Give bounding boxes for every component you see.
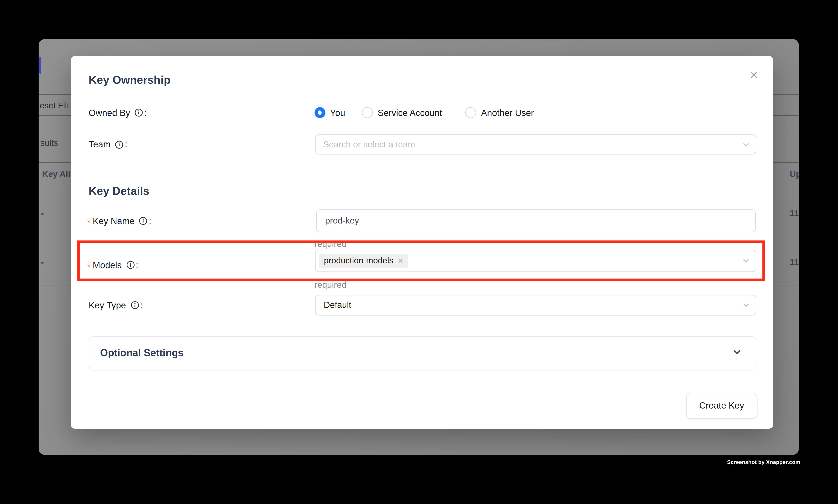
radio-selected-icon[interactable]	[314, 107, 325, 118]
team-label: Team :	[89, 139, 127, 150]
close-icon[interactable]: ✕	[746, 68, 762, 83]
section-title-key-details: Key Details	[89, 184, 149, 197]
radio-owned-by-you[interactable]: You	[314, 107, 345, 119]
radio-owned-by-service-account[interactable]: Service Account	[362, 107, 442, 119]
key-type-label-text: Key Type	[89, 300, 126, 310]
label-colon: :	[144, 107, 147, 118]
key-name-input[interactable]: prod-key	[316, 209, 756, 232]
results-count-fragment: sults	[40, 138, 58, 148]
key-name-label-text: Key Name	[93, 216, 135, 226]
key-type-value: Default	[316, 300, 351, 310]
table-cell-dash: -	[41, 208, 44, 219]
key-type-label: Key Type :	[89, 300, 143, 311]
info-icon[interactable]	[135, 108, 143, 117]
key-alias-column-header-fragment: Key Alia	[42, 169, 75, 179]
optional-settings-title: Optional Settings	[100, 347, 183, 359]
xnapper-watermark: Screenshot by Xnapper.com	[727, 459, 800, 465]
screenshot-canvas: eset Filt sults Key Alia - - Up 11/ 11/ …	[0, 0, 838, 504]
models-required-error: required	[315, 280, 346, 290]
radio-unselected-icon[interactable]	[465, 107, 476, 118]
label-colon: :	[149, 216, 151, 226]
info-icon[interactable]	[139, 216, 148, 225]
updated-column-header-fragment: Up	[790, 169, 799, 179]
team-select[interactable]: Search or select a team	[315, 134, 756, 155]
key-name-value: prod-key	[317, 216, 359, 226]
team-select-placeholder: Search or select a team	[316, 140, 415, 149]
radio-unselected-icon[interactable]	[362, 107, 373, 118]
create-key-button[interactable]: Create Key	[686, 393, 757, 418]
label-colon: :	[140, 300, 143, 310]
radio-owned-by-another-user[interactable]: Another User	[465, 107, 534, 119]
modal-title-key-ownership: Key Ownership	[89, 73, 171, 86]
table-cell-date-fragment: 11/	[790, 257, 799, 267]
required-asterisk: *	[87, 217, 90, 227]
table-cell-date-fragment: 11/	[790, 209, 799, 218]
team-label-text: Team	[89, 139, 110, 149]
label-colon: :	[125, 139, 127, 149]
chevron-down-icon[interactable]	[732, 348, 741, 359]
radio-label[interactable]: You	[330, 107, 345, 118]
info-icon[interactable]	[115, 140, 124, 149]
create-new-key-button-partial[interactable]	[39, 57, 41, 74]
chevron-down-icon[interactable]	[742, 141, 750, 150]
radio-label[interactable]: Another User	[481, 107, 534, 118]
key-type-select[interactable]: Default	[315, 295, 756, 316]
owned-by-label-text: Owned By	[89, 107, 130, 118]
optional-settings-accordion[interactable]: Optional Settings	[89, 336, 756, 370]
models-row-highlight-annotation	[77, 240, 765, 282]
table-cell-dash: -	[41, 257, 44, 268]
owned-by-label: Owned By :	[89, 107, 147, 119]
radio-label[interactable]: Service Account	[378, 107, 442, 118]
chevron-down-icon[interactable]	[742, 301, 750, 311]
info-icon[interactable]	[130, 301, 139, 310]
reset-filters-button-fragment[interactable]: eset Filt	[40, 101, 69, 110]
key-name-label: * Key Name :	[87, 215, 151, 227]
